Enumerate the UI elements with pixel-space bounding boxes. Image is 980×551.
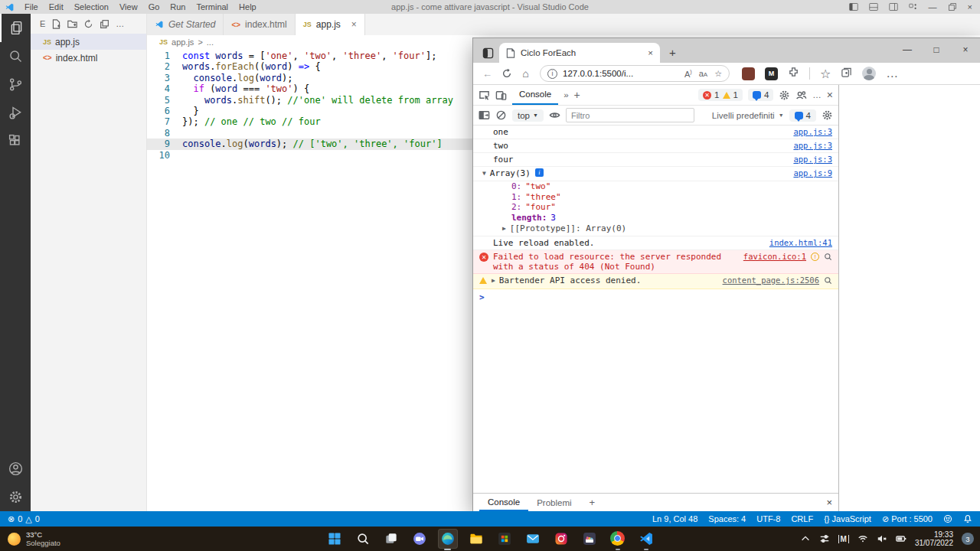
instagram-taskbar-icon[interactable] (551, 529, 571, 549)
address-bar[interactable]: i 127.0.0.1:5500/i... A) aA ☆ (540, 65, 730, 82)
issues-badges[interactable]: ✕ 1 1 (698, 89, 743, 101)
favorites-bar-icon[interactable]: ☆ (820, 67, 831, 81)
extensions-menu-icon[interactable] (788, 67, 799, 81)
source-control-icon[interactable] (0, 70, 31, 99)
restore-button[interactable] (948, 2, 957, 11)
drawer-tab-console[interactable]: Console (479, 494, 528, 511)
console-settings-icon[interactable] (822, 109, 833, 121)
status-item[interactable]: UTF-8 (756, 514, 780, 524)
refresh-icon[interactable] (83, 19, 93, 29)
chrome-taskbar-icon[interactable] (608, 529, 628, 549)
issue-icon[interactable]: ! (811, 253, 819, 261)
site-info-icon[interactable]: i (547, 69, 557, 79)
microsoft-taskbar-icon[interactable] (495, 529, 514, 549)
console-filter-input[interactable] (566, 108, 694, 122)
browser-maximize-button[interactable]: □ (922, 44, 951, 55)
chat-taskbar-icon[interactable] (410, 529, 430, 549)
tab-actions-icon[interactable] (481, 46, 495, 60)
tray-settings-sliders-icon[interactable] (819, 533, 830, 544)
expand-caret-icon[interactable]: ▼ (482, 168, 486, 179)
new-tab-button[interactable]: + (669, 46, 676, 59)
search-similar-icon[interactable] (824, 253, 832, 263)
file-explorer-taskbar-icon[interactable] (466, 529, 486, 549)
reload-icon[interactable] (497, 68, 516, 80)
new-folder-icon[interactable] (67, 19, 77, 29)
mail-taskbar-icon[interactable] (523, 529, 543, 549)
log-levels-selector[interactable]: Livelli predefiniti ▼ (712, 111, 784, 120)
new-file-icon[interactable] (51, 19, 61, 29)
vscode-taskbar-icon[interactable] (636, 529, 656, 549)
expand-caret-icon[interactable]: ▶ (492, 276, 495, 286)
file-item-index.html[interactable]: <>index.html (31, 50, 146, 66)
drawer-add-icon[interactable]: + (582, 497, 603, 508)
menu-view[interactable]: View (114, 2, 143, 11)
messages-badge-2[interactable]: 4 (789, 109, 816, 122)
search-icon[interactable] (0, 42, 31, 70)
account-icon[interactable] (0, 455, 31, 483)
clock[interactable]: 19:33 31/07/2022 (915, 530, 953, 548)
more-tabs-icon[interactable]: » (564, 90, 568, 99)
status-item[interactable]: CRLF (791, 514, 813, 524)
menu-edit[interactable]: Edit (44, 2, 69, 11)
context-selector[interactable]: top ▼ (512, 109, 544, 122)
console-prompt[interactable]: > (473, 289, 838, 305)
edge-taskbar-icon[interactable] (438, 529, 458, 549)
menu-run[interactable]: Run (165, 2, 191, 11)
extensions-icon[interactable] (0, 127, 31, 155)
drawer-tab-problemi[interactable]: Problemi (528, 494, 580, 511)
source-link[interactable]: app.js:3 (786, 155, 832, 164)
browser-tab[interactable]: Ciclo ForEach × (499, 43, 660, 63)
clear-console-icon[interactable] (495, 109, 507, 121)
wifi-icon[interactable] (858, 533, 868, 544)
tab-close-icon[interactable]: × (351, 19, 357, 30)
source-link[interactable]: favicon.ico:1 (736, 252, 806, 261)
notification-count-badge[interactable]: 3 (962, 533, 974, 545)
live-expression-eye-icon[interactable] (549, 109, 560, 121)
drawer-close-icon[interactable]: × (826, 497, 832, 508)
add-favorite-icon[interactable]: ☆ (714, 69, 722, 79)
tab-close-icon[interactable]: × (648, 48, 653, 57)
collapse-folders-icon[interactable] (100, 19, 109, 29)
translate-icon[interactable]: aA (699, 69, 707, 78)
volume-muted-icon[interactable] (877, 533, 887, 544)
devtools-tab-console[interactable]: Console (512, 85, 558, 105)
devtools-feedback-icon[interactable] (795, 90, 807, 101)
layout-sidebar-icon[interactable] (849, 2, 858, 11)
add-tool-icon[interactable]: + (574, 89, 580, 101)
menu-file[interactable]: File (19, 2, 44, 11)
minimize-button[interactable]: — (929, 2, 937, 11)
status-item[interactable]: {} JavaScript (824, 514, 871, 524)
source-link[interactable]: index.html:41 (762, 238, 832, 247)
devtools-settings-icon[interactable] (779, 90, 790, 101)
start-taskbar-icon[interactable] (325, 529, 345, 549)
layout-secondary-sidebar-icon[interactable] (889, 2, 898, 11)
menu-go[interactable]: Go (143, 2, 165, 11)
source-link[interactable]: content_page.js:2506 (715, 276, 819, 285)
task-view-taskbar-icon[interactable] (381, 529, 401, 549)
clipchamp-taskbar-icon[interactable] (580, 529, 599, 549)
device-toolbar-icon[interactable] (495, 90, 507, 101)
battery-icon[interactable] (896, 533, 906, 544)
search-taskbar-icon[interactable] (353, 529, 373, 549)
run-debug-icon[interactable] (0, 99, 31, 127)
home-icon[interactable]: ⌂ (516, 67, 535, 80)
weather-widget[interactable]: 33°C Soleggiato (8, 530, 60, 547)
collections-icon[interactable] (841, 67, 852, 81)
devtools-close-icon[interactable]: × (827, 89, 833, 101)
status-item[interactable]: Spaces: 4 (708, 514, 746, 524)
menu-terminal[interactable]: Terminal (191, 2, 234, 11)
file-item-app.js[interactable]: JSapp.js (31, 34, 146, 50)
profile-avatar[interactable] (862, 67, 876, 80)
expand-caret-icon[interactable]: ▶ (502, 223, 506, 234)
extension-1-icon[interactable] (742, 67, 755, 80)
browser-menu-icon[interactable]: … (886, 67, 898, 80)
menu-selection[interactable]: Selection (69, 2, 114, 11)
tray-app-m-icon[interactable]: M (838, 535, 849, 543)
settings-gear-icon[interactable] (0, 483, 31, 511)
problems-status[interactable]: ⊗ 0 △ 0 (8, 514, 40, 524)
browser-page[interactable] (839, 85, 980, 511)
customize-layout-icon[interactable] (909, 2, 918, 11)
source-link[interactable]: app.js:3 (786, 127, 832, 136)
explorer-more-icon[interactable]: … (116, 19, 124, 28)
layout-panel-icon[interactable] (869, 2, 878, 11)
